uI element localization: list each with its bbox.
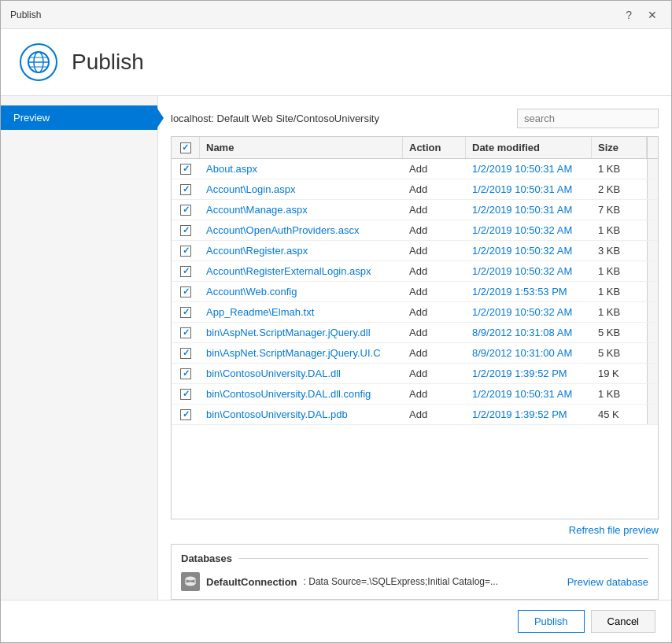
table-row: bin\AspNet.ScriptManager.jQuery.dll Add … xyxy=(172,323,658,343)
row-checkbox-3[interactable] xyxy=(180,225,191,236)
row-size-10: 19 K xyxy=(592,364,647,383)
row-checkbox-cell xyxy=(172,241,200,261)
row-checkbox-cell xyxy=(172,364,200,383)
row-action-4: Add xyxy=(403,241,466,261)
databases-label: Databases xyxy=(181,552,238,564)
header-scrollbar xyxy=(647,137,659,158)
databases-header: Databases xyxy=(181,552,648,564)
row-checkbox-cell xyxy=(172,343,200,363)
row-checkbox-0[interactable] xyxy=(180,164,191,175)
row-checkbox-9[interactable] xyxy=(180,348,191,359)
header-size: Size xyxy=(592,137,647,158)
header-date: Date modified xyxy=(466,137,592,158)
row-size-0: 1 KB xyxy=(592,159,647,179)
row-size-8: 5 KB xyxy=(592,323,647,342)
row-checkbox-6[interactable] xyxy=(180,286,191,297)
row-scroll-1 xyxy=(647,179,659,199)
row-checkbox-1[interactable] xyxy=(180,184,191,195)
table-row: bin\ContosoUniversity.DAL.pdb Add 1/2/20… xyxy=(172,405,658,425)
row-name-6: Account\Web.config xyxy=(200,282,403,301)
sidebar: Preview xyxy=(1,96,158,600)
row-name-7: App_Readme\Elmah.txt xyxy=(200,302,403,322)
row-checkbox-5[interactable] xyxy=(180,266,191,277)
svg-point-5 xyxy=(186,577,195,581)
db-row: DefaultConnection : Data Source=.\SQLExp… xyxy=(181,572,648,591)
row-scroll-11 xyxy=(647,384,659,404)
row-checkbox-cell xyxy=(172,200,200,220)
preview-database-link[interactable]: Preview database xyxy=(567,576,648,588)
sidebar-item-preview[interactable]: Preview xyxy=(1,105,157,130)
row-date-2: 1/2/2019 10:50:31 AM xyxy=(466,200,592,220)
row-scroll-12 xyxy=(647,405,659,424)
header-action: Action xyxy=(403,137,466,158)
row-scroll-7 xyxy=(647,302,659,322)
help-button[interactable]: ? xyxy=(621,8,637,22)
table-row: Account\Manage.aspx Add 1/2/2019 10:50:3… xyxy=(172,200,658,220)
table-row: About.aspx Add 1/2/2019 10:50:31 AM 1 KB xyxy=(172,159,658,179)
table-row: Account\OpenAuthProviders.ascx Add 1/2/2… xyxy=(172,220,658,241)
row-action-6: Add xyxy=(403,282,466,301)
row-action-9: Add xyxy=(403,343,466,363)
cancel-button[interactable]: Cancel xyxy=(591,610,655,633)
row-checkbox-10[interactable] xyxy=(180,368,191,379)
db-name: DefaultConnection xyxy=(206,576,297,588)
row-checkbox-cell xyxy=(172,405,200,424)
row-checkbox-4[interactable] xyxy=(180,246,191,257)
row-size-11: 1 KB xyxy=(592,384,647,404)
row-action-5: Add xyxy=(403,261,466,281)
row-action-12: Add xyxy=(403,405,466,424)
main-content: localhost: Default Web Site/ContosoUnive… xyxy=(158,96,671,600)
row-size-4: 3 KB xyxy=(592,241,647,261)
row-checkbox-12[interactable] xyxy=(180,409,191,420)
row-name-2: Account\Manage.aspx xyxy=(200,200,403,220)
refresh-file-preview-link[interactable]: Refresh file preview xyxy=(171,519,659,541)
row-action-8: Add xyxy=(403,323,466,342)
row-checkbox-8[interactable] xyxy=(180,327,191,338)
row-date-12: 1/2/2019 1:39:52 PM xyxy=(466,405,592,424)
title-bar: Publish ? ✕ xyxy=(1,1,671,29)
row-action-10: Add xyxy=(403,364,466,383)
db-connection-string: : Data Source=.\SQLExpress;Initial Catal… xyxy=(304,576,498,587)
publish-button[interactable]: Publish xyxy=(518,610,585,633)
row-action-7: Add xyxy=(403,302,466,322)
row-checkbox-cell xyxy=(172,384,200,404)
row-scroll-6 xyxy=(647,282,659,301)
row-date-11: 1/2/2019 10:50:31 AM xyxy=(466,384,592,404)
row-name-3: Account\OpenAuthProviders.ascx xyxy=(200,220,403,240)
search-input[interactable] xyxy=(517,109,659,128)
header-checkbox-cell xyxy=(172,137,200,158)
row-date-10: 1/2/2019 1:39:52 PM xyxy=(466,364,592,383)
table-row: Account\RegisterExternalLogin.aspx Add 1… xyxy=(172,261,658,282)
row-scroll-5 xyxy=(647,261,659,281)
row-size-9: 5 KB xyxy=(592,343,647,363)
table-row: Account\Register.aspx Add 1/2/2019 10:50… xyxy=(172,241,658,261)
table-row: bin\AspNet.ScriptManager.jQuery.UI.C Add… xyxy=(172,343,658,364)
row-name-8: bin\AspNet.ScriptManager.jQuery.dll xyxy=(200,323,403,342)
row-checkbox-cell xyxy=(172,220,200,240)
row-scroll-4 xyxy=(647,241,659,261)
row-name-5: Account\RegisterExternalLogin.aspx xyxy=(200,261,403,281)
row-date-1: 1/2/2019 10:50:31 AM xyxy=(466,179,592,199)
row-action-2: Add xyxy=(403,200,466,220)
title-bar-title-group: Publish xyxy=(10,9,41,20)
row-name-0: About.aspx xyxy=(200,159,403,179)
row-size-1: 2 KB xyxy=(592,179,647,199)
row-checkbox-2[interactable] xyxy=(180,205,191,216)
title-bar-controls: ? ✕ xyxy=(621,8,662,22)
row-checkbox-cell xyxy=(172,323,200,342)
row-scroll-9 xyxy=(647,343,659,363)
row-checkbox-7[interactable] xyxy=(180,307,191,318)
row-date-8: 8/9/2012 10:31:08 AM xyxy=(466,323,592,342)
row-date-9: 8/9/2012 10:31:00 AM xyxy=(466,343,592,363)
table-row: App_Readme\Elmah.txt Add 1/2/2019 10:50:… xyxy=(172,302,658,323)
svg-point-7 xyxy=(186,582,195,586)
publish-dialog: Publish ? ✕ Publish Preview xyxy=(0,0,672,643)
row-size-2: 7 KB xyxy=(592,200,647,220)
row-checkbox-11[interactable] xyxy=(180,389,191,400)
close-button[interactable]: ✕ xyxy=(643,8,662,22)
row-checkbox-cell xyxy=(172,261,200,281)
db-icon xyxy=(181,572,200,591)
row-name-1: Account\Login.aspx xyxy=(200,179,403,199)
row-action-0: Add xyxy=(403,159,466,179)
select-all-checkbox[interactable] xyxy=(180,142,191,153)
